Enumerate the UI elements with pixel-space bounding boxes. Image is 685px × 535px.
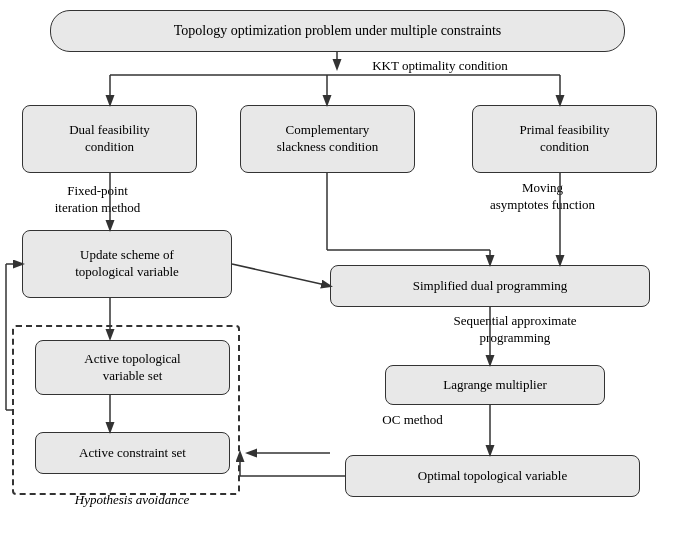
- complementary-box: Complementary slackness condition: [240, 105, 415, 173]
- update-scheme-box: Update scheme of topological variable: [22, 230, 232, 298]
- dashed-region: [12, 325, 240, 495]
- fixed-point-label: Fixed-point iteration method: [15, 183, 180, 217]
- title-box: Topology optimization problem under mult…: [50, 10, 625, 52]
- moving-label: Moving asymptotes function: [455, 180, 630, 214]
- simplified-dual-box: Simplified dual programming: [330, 265, 650, 307]
- svg-line-10: [232, 264, 330, 286]
- optimal-box: Optimal topological variable: [345, 455, 640, 497]
- dual-box: Dual feasibility condition: [22, 105, 197, 173]
- sequential-label: Sequential approximate programming: [415, 313, 615, 347]
- primal-box: Primal feasibility condition: [472, 105, 657, 173]
- lagrange-box: Lagrange multiplier: [385, 365, 605, 405]
- oc-method-label: OC method: [340, 412, 485, 429]
- diagram: Topology optimization problem under mult…: [0, 0, 685, 535]
- kkt-label: KKT optimality condition: [340, 58, 540, 75]
